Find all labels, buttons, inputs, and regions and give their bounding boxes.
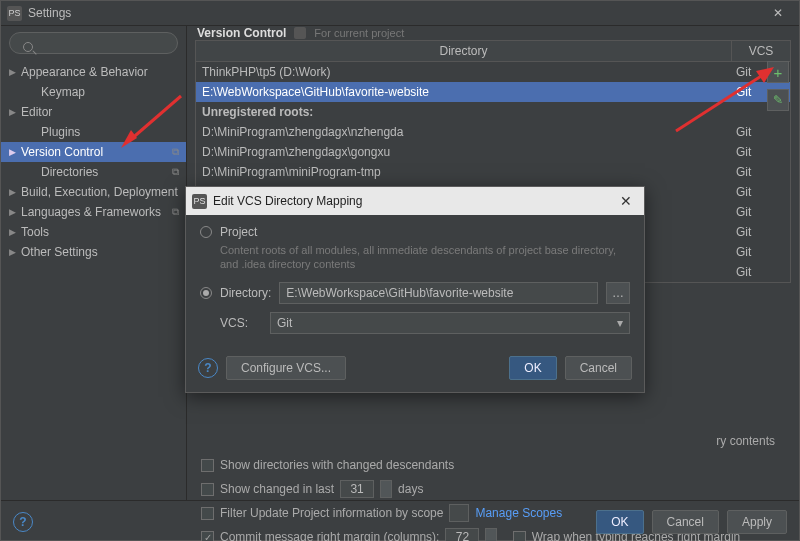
settings-sidebar: ▶Appearance & Behavior Keymap ▶Editor Pl… xyxy=(1,26,187,500)
dialog-ok-button[interactable]: OK xyxy=(509,356,556,380)
sidebar-item-languages[interactable]: ▶Languages & Frameworks⧉ xyxy=(1,202,186,222)
breadcrumb: Version Control For current project xyxy=(187,26,799,40)
directory-input[interactable]: E:\WebWorkspace\GitHub\favorite-website xyxy=(279,282,598,304)
label-days: days xyxy=(398,482,423,496)
window-title: Settings xyxy=(28,6,763,20)
checkbox-commit-margin[interactable] xyxy=(201,531,214,542)
close-icon[interactable]: ✕ xyxy=(614,193,638,209)
vcs-combo[interactable]: Git xyxy=(270,312,630,334)
browse-button[interactable]: … xyxy=(606,282,630,304)
vcs-side-buttons: + ✎ xyxy=(767,61,789,111)
scope-combo[interactable] xyxy=(449,504,469,522)
table-row[interactable]: D:\MiniProgram\miniProgram-tmpGit xyxy=(196,162,790,182)
label-show-changed-last: Show changed in last xyxy=(220,482,334,496)
settings-tree: ▶Appearance & Behavior Keymap ▶Editor Pl… xyxy=(1,60,186,262)
margin-spinner[interactable] xyxy=(485,528,497,541)
manage-scopes-link[interactable]: Manage Scopes xyxy=(475,506,562,520)
label-filter-update: Filter Update Project information by sco… xyxy=(220,506,443,520)
checkbox-wrap-typing[interactable] xyxy=(513,531,526,542)
edit-mapping-button[interactable]: ✎ xyxy=(767,89,789,111)
radio-project-row[interactable]: Project xyxy=(200,225,630,239)
project-hint: Content roots of all modules, all immedi… xyxy=(220,243,630,272)
ok-button[interactable]: OK xyxy=(596,510,643,534)
sidebar-item-other[interactable]: ▶Other Settings xyxy=(1,242,186,262)
project-tag-icon: ⧉ xyxy=(172,146,186,158)
sidebar-item-editor[interactable]: ▶Editor xyxy=(1,102,186,122)
checkbox-show-dirs[interactable] xyxy=(201,459,214,472)
dir-contents-hint: ry contents xyxy=(716,434,775,448)
table-row[interactable]: D:\MiniProgram\zhengdagx\gongxuGit xyxy=(196,142,790,162)
add-mapping-button[interactable]: + xyxy=(767,61,789,83)
sidebar-item-appearance[interactable]: ▶Appearance & Behavior xyxy=(1,62,186,82)
label-commit-margin: Commit message right margin (columns): xyxy=(220,530,439,541)
app-icon: PS xyxy=(7,6,22,21)
pencil-icon: ✎ xyxy=(773,93,783,107)
sidebar-item-plugins[interactable]: Plugins xyxy=(1,122,186,142)
project-tag-icon: ⧉ xyxy=(172,166,186,178)
apply-button[interactable]: Apply xyxy=(727,510,787,534)
settings-window: PS Settings ✕ ▶Appearance & Behavior Key… xyxy=(0,0,800,541)
radio-project[interactable] xyxy=(200,226,212,238)
days-input[interactable]: 31 xyxy=(340,480,374,498)
titlebar: PS Settings ✕ xyxy=(1,1,799,26)
table-row: Unregistered roots: xyxy=(196,102,790,122)
page-subtitle: For current project xyxy=(314,27,404,39)
help-button[interactable]: ? xyxy=(13,512,33,532)
sidebar-item-build[interactable]: ▶Build, Execution, Deployment xyxy=(1,182,186,202)
sidebar-item-tools[interactable]: ▶Tools xyxy=(1,222,186,242)
vcs-table-header: Directory VCS xyxy=(195,40,791,62)
col-vcs[interactable]: VCS xyxy=(732,41,790,61)
sidebar-item-directories[interactable]: Directories⧉ xyxy=(1,162,186,182)
label-directory: Directory: xyxy=(220,286,271,300)
dialog-help-button[interactable]: ? xyxy=(198,358,218,378)
sidebar-item-version-control[interactable]: ▶Version Control⧉ xyxy=(1,142,186,162)
dialog-cancel-button[interactable]: Cancel xyxy=(565,356,632,380)
configure-vcs-button[interactable]: Configure VCS... xyxy=(226,356,346,380)
dialog-footer: ? Configure VCS... OK Cancel xyxy=(186,348,644,392)
edit-vcs-dialog: PS Edit VCS Directory Mapping ✕ Project … xyxy=(185,186,645,393)
table-row[interactable]: E:\WebWorkspace\GitHub\favorite-websiteG… xyxy=(196,82,790,102)
close-icon[interactable]: ✕ xyxy=(763,6,793,20)
search-icon xyxy=(23,42,33,52)
label-project: Project xyxy=(220,225,257,239)
dialog-titlebar: PS Edit VCS Directory Mapping ✕ xyxy=(186,187,644,215)
project-tag-icon xyxy=(294,27,306,39)
app-icon: PS xyxy=(192,194,207,209)
page-title: Version Control xyxy=(197,26,286,40)
col-directory[interactable]: Directory xyxy=(196,41,732,61)
search-box xyxy=(9,32,178,54)
dialog-title: Edit VCS Directory Mapping xyxy=(213,194,614,208)
days-spinner[interactable] xyxy=(380,480,392,498)
cancel-button[interactable]: Cancel xyxy=(652,510,719,534)
label-show-dirs: Show directories with changed descendant… xyxy=(220,458,454,472)
label-vcs: VCS: xyxy=(220,316,262,330)
table-row[interactable]: D:\MiniProgram\zhengdagx\nzhengdaGit xyxy=(196,122,790,142)
table-row[interactable]: ThinkPHP\tp5 (D:\Work)Git xyxy=(196,62,790,82)
checkbox-filter-update[interactable] xyxy=(201,507,214,520)
project-tag-icon: ⧉ xyxy=(172,206,186,218)
sidebar-item-keymap[interactable]: Keymap xyxy=(1,82,186,102)
margin-input[interactable]: 72 xyxy=(445,528,479,541)
radio-directory[interactable] xyxy=(200,287,212,299)
plus-icon: + xyxy=(774,64,783,81)
checkbox-show-changed-last[interactable] xyxy=(201,483,214,496)
